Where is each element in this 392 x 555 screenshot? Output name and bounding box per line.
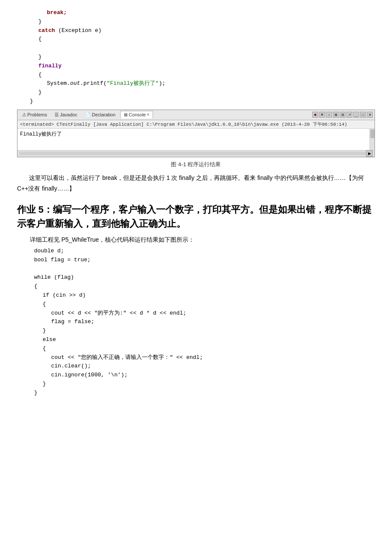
console-scrollbar[interactable] [369,129,375,150]
code-line-printf: System.out.printf("Finally被执行了"); [21,79,375,88]
toolbar-maximize-btn[interactable]: □ [360,112,366,118]
bc-line-13: cout << "您的输入不正确，请输入一个数字：" << endl; [34,353,375,362]
console-panel: ⚠ Problems ☰ Javadoc 📄 Declaration 🖥 Con… [17,110,375,157]
console-header: <terminated> CTestFinally [Java Applicat… [17,120,375,129]
javadoc-icon: ☰ [55,112,59,118]
bc-line-4: while (flag) [34,273,375,282]
code-line-brace4: { [21,71,375,80]
tab-console[interactable]: 🖥 Console ✕ [120,111,153,119]
toolbar-minimize-btn[interactable]: _ [353,112,359,118]
scrollbar-thumb[interactable] [370,130,375,138]
code-line-brace3: } [21,53,375,62]
bc-line-6: if (cin >> d) [34,291,375,300]
toolbar-btn4[interactable]: ⊞ [333,112,339,118]
horizontal-scrollbar[interactable] [19,152,366,155]
tab-problems[interactable]: ⚠ Problems [19,111,50,119]
console-output: Finally被执行了 [17,129,369,150]
bc-line-10: } [34,327,375,335]
bc-line-15: cin.ignore(1000, '\n'); [34,371,375,380]
bc-line-16: } [34,380,375,389]
code-line-finally: finally [21,62,375,71]
tab-javadoc[interactable]: ☰ Javadoc [52,111,80,119]
figure-caption: 图 4-1 程序运行结果 [17,161,375,168]
console-tabs: ⚠ Problems ☰ Javadoc 📄 Declaration 🖥 Con… [17,110,375,120]
toolbar-close-btn[interactable]: ✕ [367,112,373,118]
scroll-right-btn[interactable]: ▶ [366,150,373,157]
toolbar-btn5[interactable]: ⊟ [340,112,346,118]
problems-icon: ⚠ [22,112,26,118]
code-line-catch: catch (Exception e) [21,26,375,35]
bc-line-5: { [34,282,375,291]
bc-line-11: else [34,335,375,344]
tab-declaration-label: Declaration [92,112,115,117]
console-toolbar: ■ ✕ ↕ ⊞ ⊟ ↗ _ □ ✕ [312,112,373,118]
tab-console-label: Console [129,112,146,117]
bottom-code-block: double d; bool flag = true; while (flag)… [30,247,375,398]
code-line-brace6: } [21,97,375,106]
code-line-brace2: { [21,35,375,44]
console-icon: 🖥 [123,112,128,117]
tab-problems-label: Problems [27,112,47,117]
toolbar-btn3[interactable]: ↕ [326,112,332,118]
bc-line-9: flag = false; [34,318,375,327]
code-section-main: 详细工程见 P5_WhileTrue，核心代码和运行结果如下图所示： doubl… [30,235,375,397]
bc-line-8: cout << d << "的平方为:" << d * d << endl; [34,309,375,318]
tab-declaration[interactable]: 📄 Declaration [82,111,118,119]
toolbar-stop-btn[interactable]: ■ [312,112,318,118]
console-body-area: Finally被执行了 [17,129,375,150]
bc-line-12: { [34,344,375,353]
console-close-icon: ✕ [147,113,150,117]
sub-text-1: 详细工程见 P5_WhileTrue，核心代码和运行结果如下图所示： [30,235,375,245]
declaration-icon: 📄 [85,112,91,118]
tab-javadoc-label: Javadoc [60,112,77,117]
code-line-empty1 [21,44,375,53]
body-paragraph-1: 这里可以看出，虽然运行了 break，但是还是会执行 1 次 finally 之… [17,173,375,194]
toolbar-clear-btn[interactable]: ✕ [319,112,325,118]
toolbar-btn6[interactable]: ↗ [346,112,352,118]
code-line-brace5: } [21,88,375,97]
bc-line-2: bool flag = true; [34,256,375,265]
top-code-block: break; } catch (Exception e) { } finally… [17,9,375,106]
bc-line-7: { [34,300,375,309]
section-heading: 作业 5：编写一个程序，客户输入一个数字，打印其平方。但是如果出错，程序不断提示… [17,202,375,231]
bc-line-17: } [34,389,375,398]
console-bottom-bar: ▶ [17,150,375,157]
code-line-break: break; [21,9,375,17]
bc-line-1: double d; [34,247,375,256]
bc-line-3 [34,265,375,274]
code-line-brace1: } [21,17,375,26]
bc-line-14: cin.clear(); [34,362,375,371]
